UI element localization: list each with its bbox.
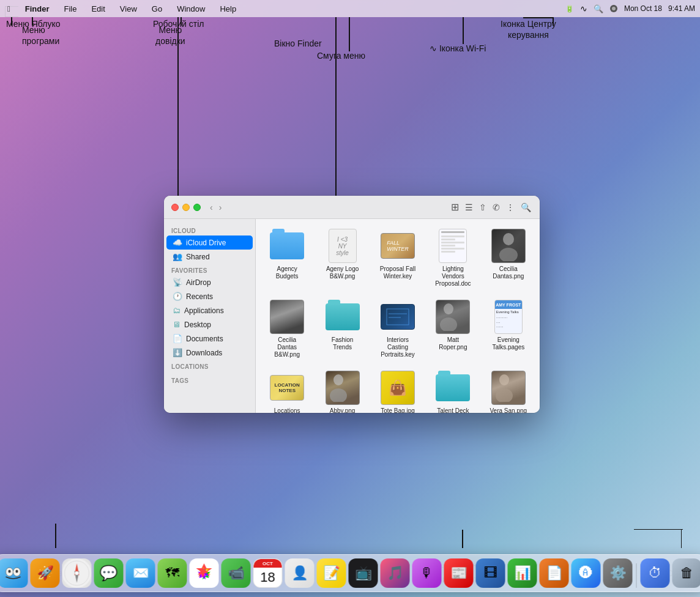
menubar-right: 🔋 ∿ 🔍 Mon Oct 18 9:41 AM: [565, 4, 695, 13]
matt-thumb: [436, 300, 470, 334]
search-icon[interactable]: 🔍: [594, 4, 603, 13]
file-item-locations[interactable]: LOCATIONNOTES LocationsNotes.key: [262, 367, 312, 413]
tote-thumb: 👜: [381, 371, 415, 405]
sidebar-item-label: Recents: [186, 292, 213, 301]
maximize-button[interactable]: [193, 204, 201, 211]
tote-img: 👜: [381, 371, 415, 405]
view-list-icon[interactable]: ☰: [464, 201, 474, 213]
sidebar-item-downloads[interactable]: ⬇️ Downloads: [166, 346, 253, 360]
file-item-tote[interactable]: 👜 Tote Bag.jpg: [373, 367, 423, 413]
lighting-thumb: [436, 229, 470, 263]
file-item-logo-bw[interactable]: I <3NY style Ageny LogoB&W.png: [317, 225, 367, 291]
dock-item-appstore[interactable]: 🅐: [572, 558, 601, 588]
svg-point-23: [75, 571, 79, 575]
share-icon[interactable]: ⇧: [478, 201, 488, 213]
svg-point-1: [612, 7, 616, 10]
file-item-agency-budgets[interactable]: AgencyBudgets: [262, 225, 312, 291]
dock: 🚀 💬 ✉️ 🗺 📹 O: [0, 554, 700, 592]
menu-view[interactable]: View: [117, 3, 140, 15]
file-item-lighting[interactable]: Lighting VendorsProposal.doc: [428, 225, 478, 291]
dock-item-news[interactable]: 📰: [444, 558, 474, 588]
file-item-vera[interactable]: Vera San.png: [483, 367, 534, 413]
file-item-cecilia[interactable]: CeciliaDantas.png: [483, 225, 534, 291]
dock-item-finder[interactable]: [0, 558, 28, 588]
dock-item-pages[interactable]: 📄: [540, 558, 569, 588]
dock-item-keynote[interactable]: 🎞: [476, 558, 505, 588]
file-item-abby[interactable]: Abby.png: [317, 367, 367, 413]
file-name: CeciliaDantas B&W.png: [266, 336, 308, 358]
dock-item-launchpad[interactable]: 🚀: [31, 558, 60, 588]
dock-item-photos[interactable]: [190, 558, 219, 588]
dock-item-appletv[interactable]: 📺: [349, 558, 378, 588]
locations-img: LOCATIONNOTES: [270, 375, 304, 401]
sidebar-item-desktop[interactable]: 🖥 Desktop: [166, 317, 253, 332]
file-item-interiors[interactable]: Interiors CastingPortraits.key: [373, 296, 423, 362]
siri-icon[interactable]: [609, 4, 618, 13]
file-item-matt[interactable]: Matt Roper.png: [428, 296, 478, 362]
dock-item-contacts[interactable]: 👤: [285, 558, 315, 588]
sidebar-item-shared[interactable]: 👥 Shared: [166, 250, 253, 264]
dock-item-numbers[interactable]: 📊: [508, 558, 537, 588]
dock-item-podcasts[interactable]: 🎙: [412, 558, 442, 588]
sidebar-item-label: iCloud Drive: [186, 239, 226, 247]
sidebar-item-applications[interactable]: 🗂 Applications: [166, 303, 253, 317]
ann-line-finder-icon: [55, 524, 56, 548]
menu-edit[interactable]: Edit: [89, 3, 107, 15]
file-name: Vera San.png: [490, 407, 527, 413]
ann-line-sysprefs-icon: [462, 530, 463, 548]
more-icon[interactable]: ⋮: [505, 201, 516, 213]
talent-folder-icon: [436, 374, 470, 401]
file-item-proposal[interactable]: FALLWINTER Proposal FallWinter.key: [373, 225, 423, 291]
file-name: Matt Roper.png: [432, 336, 474, 351]
sidebar-item-label: Documents: [186, 335, 223, 343]
menu-window[interactable]: Window: [174, 3, 207, 15]
dock-item-screentime[interactable]: ⏱: [641, 558, 670, 588]
dock-item-safari[interactable]: [62, 558, 92, 588]
search-icon[interactable]: 🔍: [519, 201, 532, 213]
sidebar-item-documents[interactable]: 📄 Documents: [166, 332, 253, 346]
dock-item-music[interactable]: 🎵: [381, 558, 410, 588]
logo-thumb: I <3NY style: [326, 229, 360, 263]
menu-help[interactable]: Help: [217, 3, 239, 15]
sidebar-item-airdrop[interactable]: 📡 AirDrop: [166, 275, 253, 289]
minimize-button[interactable]: [182, 204, 190, 211]
dock-item-mail[interactable]: ✉️: [126, 558, 155, 588]
sidebar-item-icloud-drive[interactable]: ☁️ iCloud Drive: [166, 235, 253, 250]
dock-item-trash[interactable]: 🗑: [672, 558, 701, 588]
dock-item-maps[interactable]: 🗺: [158, 558, 187, 588]
battery-icon: 🔋: [565, 5, 574, 13]
evening-img: AMY FROST Evening Talks.................…: [494, 300, 523, 334]
shared-icon: 👥: [173, 252, 182, 261]
close-button[interactable]: [171, 204, 179, 211]
dock-item-notes[interactable]: 📝: [317, 558, 346, 588]
pages-body: Evening Talks......................: [495, 309, 522, 330]
forward-arrow[interactable]: ›: [217, 202, 224, 212]
airdrop-icon: 📡: [173, 278, 182, 287]
dock-item-calendar[interactable]: OCT 18: [253, 558, 283, 588]
svg-point-12: [496, 388, 513, 402]
dock-item-sysprefs[interactable]: ⚙️: [603, 558, 633, 588]
dock-item-messages[interactable]: 💬: [94, 558, 124, 588]
view-grid-icon[interactable]: ⊞: [450, 200, 460, 214]
file-item-talent[interactable]: Talent Deck: [428, 367, 478, 413]
tag-icon[interactable]: ✆: [491, 201, 501, 213]
datetime: Mon Oct 18 9:41 AM: [624, 4, 695, 13]
downloads-icon: ⬇️: [173, 348, 182, 357]
file-item-fashion-trends[interactable]: FashionTrends: [317, 296, 367, 362]
menu-file[interactable]: File: [61, 3, 79, 15]
pages-header: AMY FROST: [495, 300, 522, 309]
dock-item-facetime[interactable]: 📹: [222, 558, 251, 588]
vera-img: [491, 371, 526, 405]
svg-point-10: [330, 388, 347, 402]
sidebar-item-recents[interactable]: 🕐 Recents: [166, 289, 253, 303]
menubar-left:  Finder File Edit View Go Window Help: [5, 3, 239, 15]
menu-go[interactable]: Go: [149, 3, 165, 15]
back-arrow[interactable]: ‹: [208, 202, 215, 212]
wifi-icon[interactable]: ∿: [580, 4, 587, 13]
app-name-finder[interactable]: Finder: [23, 3, 52, 15]
locations-thumb: LOCATIONNOTES: [270, 371, 304, 405]
file-item-evening[interactable]: AMY FROST Evening Talks.................…: [483, 296, 534, 362]
file-item-cecilia-bw[interactable]: CeciliaDantas B&W.png: [262, 296, 312, 362]
calendar-day: 18: [260, 569, 275, 585]
apple-menu[interactable]: : [5, 3, 13, 15]
